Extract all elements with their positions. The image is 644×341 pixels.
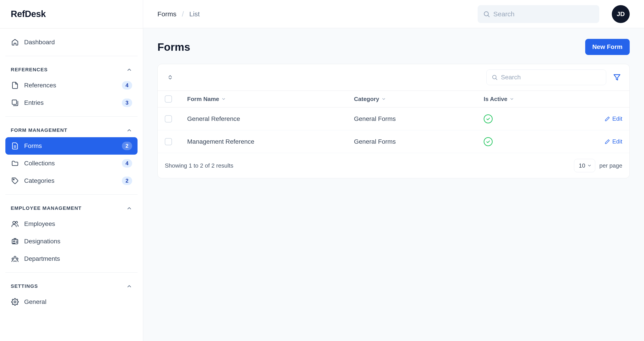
global-search-input[interactable] [493, 10, 594, 18]
edit-label: Edit [612, 138, 622, 145]
filter-button[interactable] [612, 72, 622, 83]
sidebar-scroll: Dashboard REFERENCES References 4 [0, 28, 143, 341]
sidebar-item-designations[interactable]: Designations [5, 233, 138, 250]
edit-label: Edit [612, 115, 622, 122]
bookmark-icon [11, 81, 19, 90]
sidebar-section-form-management[interactable]: FORM MANAGEMENT [5, 122, 138, 137]
divider [5, 272, 138, 273]
count-badge: 2 [122, 177, 132, 185]
cell-is-active [484, 137, 573, 146]
sidebar-item-dashboard[interactable]: Dashboard [5, 33, 138, 51]
home-icon [11, 38, 19, 46]
sidebar: RefDesk Dashboard REFERENCES [0, 0, 143, 341]
sidebar-item-label: Employees [24, 220, 132, 228]
column-header-is-active[interactable]: Is Active [484, 96, 573, 103]
form-icon [11, 142, 19, 150]
count-badge: 4 [122, 159, 132, 168]
svg-line-13 [488, 15, 489, 17]
svg-point-4 [13, 221, 15, 224]
avatar-initials: JD [617, 10, 625, 18]
sidebar-section-references[interactable]: REFERENCES [5, 61, 138, 77]
sidebar-item-label: Forms [24, 142, 117, 149]
column-label: Form Name [187, 96, 219, 103]
group-icon [11, 255, 19, 263]
column-label: Is Active [484, 96, 507, 103]
breadcrumb-current: List [189, 10, 200, 18]
sidebar-item-categories[interactable]: Categories 2 [5, 172, 138, 190]
svg-point-8 [14, 256, 16, 258]
svg-marker-16 [614, 75, 620, 80]
cell-category: General Forms [354, 115, 484, 122]
column-header-form-name[interactable]: Form Name [187, 96, 354, 103]
data-card: Form Name Category Is Active [158, 64, 630, 178]
breadcrumb-root[interactable]: Forms [158, 10, 176, 18]
select-all-checkbox[interactable] [165, 95, 172, 103]
svg-point-3 [13, 179, 14, 180]
folder-icon [11, 159, 19, 168]
results-summary: Showing 1 to 2 of 2 results [165, 162, 568, 169]
count-badge: 2 [122, 142, 132, 150]
sidebar-item-label: References [24, 82, 117, 89]
table-footer: Showing 1 to 2 of 2 results 10 per page [158, 153, 630, 178]
chevron-up-icon [126, 205, 132, 211]
sidebar-item-label: Categories [24, 177, 117, 184]
sidebar-item-general[interactable]: General [5, 293, 138, 311]
stack-icon [11, 98, 19, 107]
cell-form-name: General Reference [187, 115, 354, 122]
page-size-select[interactable]: 10 [574, 159, 595, 172]
pencil-icon [605, 116, 610, 122]
active-status-badge [484, 114, 492, 123]
column-header-category[interactable]: Category [354, 96, 484, 103]
count-badge: 4 [122, 81, 132, 90]
sidebar-item-employees[interactable]: Employees [5, 215, 138, 233]
divider [0, 28, 143, 28]
table-row: Management Reference General Forms [158, 130, 630, 153]
sidebar-item-entries[interactable]: Entries 3 [5, 94, 138, 111]
search-icon [483, 10, 490, 18]
sidebar-item-forms[interactable]: Forms 2 [5, 137, 138, 155]
svg-line-15 [496, 78, 497, 79]
tag-icon [11, 177, 19, 185]
edit-button[interactable]: Edit [573, 138, 622, 145]
active-status-badge [484, 137, 492, 146]
sort-toggle-button[interactable] [165, 72, 176, 83]
table-toolbar [158, 64, 630, 90]
new-form-button[interactable]: New Form [585, 39, 630, 55]
gear-icon [11, 298, 19, 306]
sort-icon [167, 74, 173, 80]
sidebar-section-settings[interactable]: SETTINGS [5, 278, 138, 293]
sidebar-item-label: Designations [24, 238, 132, 245]
cell-is-active [484, 114, 573, 123]
chevron-up-icon [126, 67, 132, 73]
logo-area: RefDesk [0, 0, 143, 28]
row-checkbox[interactable] [165, 138, 172, 145]
edit-button[interactable]: Edit [573, 115, 622, 122]
chevron-up-icon [126, 127, 132, 133]
row-checkbox[interactable] [165, 115, 172, 122]
sidebar-section-label: FORM MANAGEMENT [11, 127, 67, 133]
sidebar-section-employee-management[interactable]: EMPLOYEE MANAGEMENT [5, 200, 138, 215]
breadcrumb: Forms / List [158, 9, 200, 18]
divider [5, 56, 138, 56]
chevron-up-icon [126, 283, 132, 289]
select-all-cell [165, 95, 187, 103]
search-icon [492, 74, 498, 80]
sidebar-section-label: SETTINGS [11, 283, 38, 289]
table-search[interactable] [486, 69, 606, 85]
filter-icon [613, 73, 621, 81]
brand-logo: RefDesk [11, 9, 46, 19]
id-badge-icon [11, 237, 19, 246]
global-search[interactable] [478, 5, 599, 23]
sidebar-item-departments[interactable]: Departments [5, 250, 138, 268]
chevron-down-icon [222, 97, 226, 101]
count-badge: 3 [122, 98, 132, 107]
table-search-input[interactable] [501, 74, 601, 81]
avatar[interactable]: JD [612, 5, 630, 23]
cell-form-name: Management Reference [187, 138, 354, 145]
table-row: General Reference General Forms [158, 107, 630, 130]
svg-point-9 [12, 258, 14, 260]
cell-category: General Forms [354, 138, 484, 145]
sidebar-item-collections[interactable]: Collections 4 [5, 155, 138, 172]
sidebar-item-references[interactable]: References 4 [5, 77, 138, 94]
page-size-control: 10 per page [574, 159, 622, 172]
